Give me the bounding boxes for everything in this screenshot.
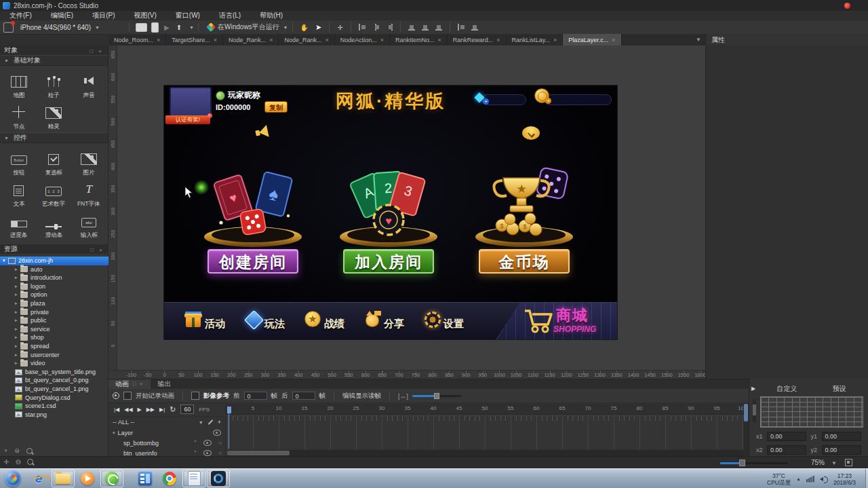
join-room-button[interactable]: 加入房间 xyxy=(343,249,434,274)
align-left-icon[interactable] xyxy=(358,23,366,31)
tree-item[interactable]: ▸ introduction xyxy=(0,274,108,282)
tab-close-icon[interactable]: × xyxy=(553,37,557,43)
layer-up-icon[interactable]: ⌃ xyxy=(193,440,197,446)
align-top-icon[interactable] xyxy=(408,23,416,31)
timeline-frames-area[interactable]: 5101520253035404550556065707580859095100 xyxy=(226,402,743,456)
object-palette-item[interactable]: 精灵 xyxy=(37,100,72,131)
magnifier-icon[interactable] xyxy=(27,459,33,465)
menu-item[interactable]: 视图(V) xyxy=(124,11,165,20)
menu-item[interactable]: 编辑(E) xyxy=(41,11,83,20)
zoom-extents-icon[interactable]: [↔] xyxy=(398,392,408,400)
frame-grid[interactable] xyxy=(227,416,743,449)
timeline-zoom-slider[interactable] xyxy=(412,395,461,397)
expand-arrow-icon[interactable]: ▸ xyxy=(15,282,20,291)
fps-input[interactable]: 60 xyxy=(180,405,194,414)
expand-arrow-icon[interactable]: ▸ xyxy=(15,351,20,360)
select-tool-icon[interactable]: ➤ xyxy=(315,23,321,32)
fit-canvas-icon[interactable] xyxy=(845,459,852,466)
object-palette-item[interactable]: 地图 xyxy=(1,69,37,100)
distribute-horizontal-icon[interactable] xyxy=(457,23,465,31)
gold-field-panel[interactable]: ★ $ $ 金币场 xyxy=(467,147,582,276)
filter-chevron-icon[interactable]: ▼ xyxy=(199,420,203,425)
tree-item[interactable]: QueryDialog.csd xyxy=(0,394,108,402)
menu-item[interactable]: 语言(L) xyxy=(210,11,250,20)
panel-dock-icons[interactable]: □ × xyxy=(90,246,104,255)
expand-arrow-icon[interactable]: ▸ xyxy=(15,342,20,351)
menu-item[interactable]: 项目(P) xyxy=(83,11,124,20)
object-palette-item[interactable]: 粒子 xyxy=(37,69,72,100)
run-platform-chevron-icon[interactable]: ▼ xyxy=(283,25,288,30)
join-room-panel[interactable]: A 2 3 ♥ 加入房间 xyxy=(331,147,446,276)
align-right-icon[interactable] xyxy=(385,23,393,31)
object-palette-item[interactable]: 节点 xyxy=(1,100,37,131)
panel-dock-icons[interactable]: □ × xyxy=(133,379,144,389)
certification-badge[interactable]: 认证有奖! xyxy=(165,115,210,124)
title-bar[interactable]: 28xin.com-jh - Cocos Studio xyxy=(0,0,868,11)
expand-arrow-icon[interactable]: ▸ xyxy=(15,274,20,282)
add-animation-icon[interactable]: + xyxy=(218,419,221,426)
tree-item[interactable]: star.png xyxy=(0,411,108,419)
tree-item[interactable]: ▸ shop xyxy=(0,333,108,342)
scene-menu-item[interactable]: 设置 xyxy=(422,309,464,329)
tree-item[interactable]: ▸ usercenter xyxy=(0,351,108,360)
expand-arrow-icon[interactable]: ▸ xyxy=(15,333,20,342)
document-tab[interactable]: Node_Rank... × xyxy=(279,34,334,45)
layer-visibility-icon[interactable] xyxy=(203,450,212,456)
tree-item[interactable]: bt_query_cancel_1.png xyxy=(0,385,108,394)
scene-menu-item[interactable]: 活动 xyxy=(183,309,225,329)
object-palette-item[interactable]: 进度条 xyxy=(1,208,37,240)
expand-arrow-icon[interactable]: ▾ xyxy=(3,257,8,265)
publish-button[interactable]: ⬆ xyxy=(176,24,182,31)
show-desktop-button[interactable] xyxy=(865,469,868,488)
tab-close-icon[interactable]: × xyxy=(214,37,217,43)
timeline-horizontal-scrollbar[interactable] xyxy=(227,450,743,456)
tab-close-icon[interactable]: × xyxy=(380,37,384,43)
design-canvas[interactable]: 650600550500450400350300250200150100500 … xyxy=(108,45,705,370)
prev-frame-button[interactable]: ◀◀ xyxy=(124,407,132,413)
menu-item[interactable]: 帮助(H) xyxy=(250,11,292,20)
curve-editor-grid[interactable] xyxy=(760,396,863,428)
expand-arrow-icon[interactable]: ▸ xyxy=(15,265,20,274)
announcement-horn-icon[interactable] xyxy=(251,124,271,142)
clock-widget[interactable]: 17:23 2018/6/3 xyxy=(833,472,856,486)
document-tab[interactable]: PlazaLayer.c... × xyxy=(563,34,621,45)
shop-section[interactable]: 商城 SHOPPING xyxy=(496,303,617,339)
curve-field-input[interactable]: 0.00 xyxy=(822,445,861,455)
cpu-temp-widget[interactable]: 37°C CPU温度 xyxy=(767,472,791,486)
layer-visibility-icon[interactable] xyxy=(203,440,212,446)
onion-skin-checkbox[interactable] xyxy=(191,392,199,400)
device-selector[interactable]: iPhone 4/4S(960 * 640) ▼ xyxy=(18,22,125,33)
layer-up-icon[interactable]: ⌃ xyxy=(193,450,197,456)
tab-close-icon[interactable]: × xyxy=(438,37,441,43)
align-center-vertical-icon[interactable] xyxy=(421,23,429,31)
add-coins-icon[interactable]: + xyxy=(545,98,551,104)
tray-expand-icon[interactable]: ▲ xyxy=(796,476,801,481)
game-scene-preview[interactable]: 认证有奖! 玩家昵称 ID:000000 复制 网狐·精华版 ◆ + + xyxy=(164,86,617,339)
taskbar-explorer-icon[interactable] xyxy=(52,470,75,487)
object-palette-item[interactable]: 声音 xyxy=(71,69,106,100)
tree-item[interactable]: ▸ public xyxy=(0,316,108,325)
tree-root-item[interactable]: ▾ 28xin.com-jh xyxy=(0,257,108,265)
expand-arrow-icon[interactable]: ▸ xyxy=(15,308,20,317)
curve-field-input[interactable]: 0.00 xyxy=(767,445,806,455)
tree-item[interactable]: ▸ private xyxy=(0,308,108,317)
document-tab[interactable]: RankReward... × xyxy=(448,34,507,45)
publish-chevron-icon[interactable]: ▼ xyxy=(189,25,194,30)
curve-field-input[interactable]: 0.00 xyxy=(822,432,861,441)
timeline-tab[interactable]: 动画 □ × xyxy=(108,379,151,389)
expand-arrow-icon[interactable]: ▸ xyxy=(15,325,20,334)
layer-visibility-icon[interactable] xyxy=(213,430,221,436)
taskbar-cocos-studio-icon[interactable] xyxy=(207,470,230,487)
gold-field-button[interactable]: 金币场 xyxy=(479,249,570,274)
remove-resource-icon[interactable]: ⊖ xyxy=(14,447,20,454)
object-palette-item[interactable]: T FNT字体 xyxy=(71,177,106,208)
dropdown-arrow-button[interactable] xyxy=(522,126,540,140)
section-basic-objects[interactable]: ▼ 基础对象 xyxy=(0,55,108,66)
portrait-view-button[interactable] xyxy=(151,22,159,33)
object-palette-item[interactable]: 文本 xyxy=(1,177,37,208)
distribute-vertical-icon[interactable] xyxy=(471,23,479,31)
panel-collapse-arrow-icon[interactable]: ▶ xyxy=(751,386,755,392)
section-widgets[interactable]: ▼ 控件 xyxy=(0,132,108,143)
timeline-vertical-scrollbar[interactable] xyxy=(743,402,749,456)
add-gems-icon[interactable]: + xyxy=(483,98,489,105)
